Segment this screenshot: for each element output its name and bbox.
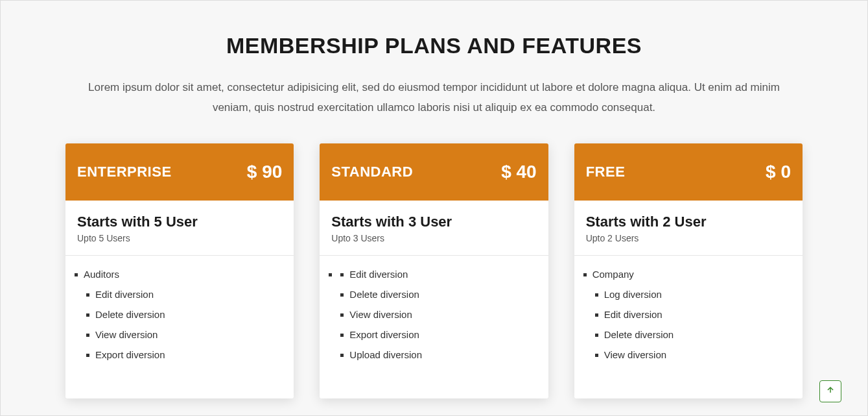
plan-info: Starts with 5 User Upto 5 Users — [65, 201, 294, 256]
plan-card-free: FREE $ 0 Starts with 2 User Upto 2 Users… — [574, 143, 803, 398]
plan-upto: Upto 3 Users — [331, 233, 536, 243]
plan-starts: Starts with 5 User — [77, 214, 282, 230]
plan-info: Starts with 3 User Upto 3 Users — [320, 201, 548, 256]
feature-item: View diversion — [349, 309, 539, 320]
feature-item: Export diversion — [349, 329, 539, 340]
feature-item: Delete diversion — [95, 309, 285, 320]
plan-header: ENTERPRISE $ 90 — [65, 143, 294, 201]
plan-info: Starts with 2 User Upto 2 Users — [574, 201, 803, 256]
plan-upto: Upto 2 Users — [586, 233, 791, 243]
plan-starts: Starts with 2 User — [586, 214, 791, 230]
plan-price: $ 90 — [247, 162, 283, 182]
plan-price: $ 0 — [766, 162, 791, 182]
plan-name: FREE — [586, 164, 626, 180]
feature-item: View diversion — [604, 349, 793, 360]
page-title: MEMBERSHIP PLANS AND FEATURES — [65, 33, 803, 58]
feature-group-text: Company — [592, 269, 634, 280]
feature-item: Delete diversion — [604, 329, 793, 340]
plan-features-scroll[interactable]: Edit diversion Delete diversion View div… — [320, 256, 548, 398]
feature-group-text: Auditors — [84, 269, 119, 280]
plan-header: STANDARD $ 40 — [320, 143, 548, 201]
plan-starts: Starts with 3 User — [331, 214, 536, 230]
feature-group-label: Auditors Edit diversion Delete diversion… — [84, 269, 285, 360]
page-subtitle: Lorem ipsum dolor sit amet, consectetur … — [71, 78, 797, 117]
plan-header: FREE $ 0 — [574, 143, 803, 201]
plan-card-standard: STANDARD $ 40 Starts with 3 User Upto 3 … — [320, 143, 548, 398]
plan-price: $ 40 — [501, 162, 537, 182]
feature-item: Edit diversion — [604, 309, 793, 320]
feature-item: View diversion — [95, 329, 285, 340]
plan-features-scroll[interactable]: Company Log diversion Edit diversion Del… — [574, 256, 803, 398]
feature-item: Delete diversion — [349, 289, 539, 300]
feature-item: Upload diversion — [349, 349, 539, 360]
feature-item: Export diversion — [95, 349, 285, 360]
plans-row: ENTERPRISE $ 90 Starts with 5 User Upto … — [65, 143, 803, 398]
plan-card-enterprise: ENTERPRISE $ 90 Starts with 5 User Upto … — [65, 143, 294, 398]
scroll-top-button[interactable] — [819, 380, 841, 402]
plan-name: ENTERPRISE — [77, 164, 172, 180]
feature-group-label: Company Log diversion Edit diversion Del… — [592, 269, 793, 360]
feature-item: Edit diversion — [95, 289, 285, 300]
feature-item: Edit diversion — [349, 269, 539, 280]
arrow-up-icon — [826, 385, 835, 397]
feature-item: Log diversion — [604, 289, 793, 300]
plan-name: STANDARD — [331, 164, 413, 180]
plan-upto: Upto 5 Users — [77, 233, 282, 243]
plan-features-scroll[interactable]: Auditors Edit diversion Delete diversion… — [65, 256, 294, 398]
